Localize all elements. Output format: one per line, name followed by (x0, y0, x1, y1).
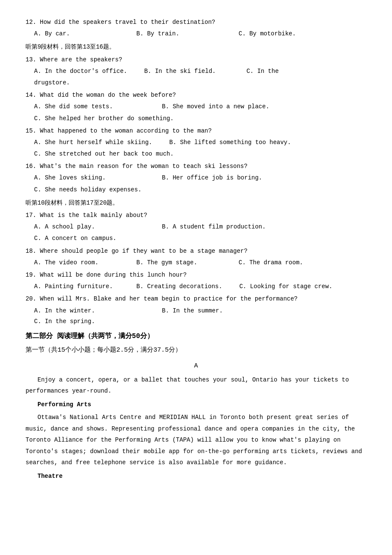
q19-option-b: B. Creating decorations. (136, 281, 222, 292)
q17-text: 17. What is the talk mainly about? (26, 210, 366, 221)
q16-option-c: C. She needs holiday expenses. (26, 185, 366, 195)
question-15: 15. What happened to the woman according… (26, 126, 366, 160)
question-13: 13. Where are the speakers? A. In the do… (26, 55, 366, 89)
q13-option-a: A. In the doctor's office. (34, 66, 127, 77)
q15-option-c: C. She stretched out her back too much. (26, 149, 366, 159)
q13-extra: drugstore. (26, 78, 366, 88)
section1-header: 第一节（共15个小小题；每小题2.5分，满分37.5分） (26, 344, 366, 356)
page-content: 12. How did the speakers travel to their… (26, 17, 366, 482)
q13-option-b: B. In the ski field. (144, 66, 229, 77)
question-20: 20. When will Mrs. Blake and her team be… (26, 294, 366, 327)
q19-option-a: A. Painting furniture. (34, 281, 119, 292)
q19-option-c: C. Looking for stage crew. (239, 281, 332, 292)
q14-option-c: C. She helped her brother do something. (26, 113, 366, 124)
question-19: 19. What will be done during this lunch … (26, 270, 366, 292)
passage-a-intro: Enjoy a concert, opera, or a ballet that… (26, 374, 366, 397)
q17-options: A. A school play. B. A student film prod… (26, 222, 366, 232)
q12-option-b: B. By train. (136, 29, 222, 39)
q20-option-b: B. In the summer. (162, 306, 273, 316)
q17-option-b: B. A student film production. (162, 222, 266, 232)
q16-text: 16. What's the main reason for the woman… (26, 161, 366, 172)
q16-options: A. She loves skiing. B. Her office job i… (26, 173, 366, 183)
q14-text: 14. What did the woman do the week befor… (26, 90, 366, 101)
q12-option-a: A. By car. (34, 29, 119, 39)
q15-option-a: A. She hurt herself while skiing. (34, 137, 152, 148)
q20-option-a: A. In the winter. (34, 306, 145, 316)
q18-option-a: A. The video room. (34, 257, 119, 268)
q18-options: A. The video room. B. The gym stage. C. … (26, 257, 366, 268)
q14-option-b: B. She moved into a new place. (162, 101, 269, 112)
q12-options: A. By car. B. By train. C. By motorbike. (26, 29, 366, 39)
q15-text: 15. What happened to the woman according… (26, 126, 366, 136)
q17-option-a: A. A school play. (34, 222, 145, 232)
question-12: 12. How did the speakers travel to their… (26, 17, 366, 39)
q18-text: 18. Where should people go if they want … (26, 246, 366, 257)
q14-option-a: A. She did some tests. (34, 101, 145, 112)
q18-option-c: C. The drama room. (239, 257, 324, 268)
q15-options: A. She hurt herself while skiing. B. She… (26, 137, 366, 148)
q16-option-b: B. Her office job is boring. (162, 173, 262, 183)
question-17: 17. What is the talk mainly about? A. A … (26, 210, 366, 244)
q13-text: 13. Where are the speakers? (26, 55, 366, 65)
q14-options: A. She did some tests. B. She moved into… (26, 101, 366, 112)
q17-option-c: C. A concert on campus. (26, 233, 366, 244)
q18-option-b: B. The gym stage. (136, 257, 222, 268)
performing-arts-heading: Performing Arts (26, 399, 366, 410)
question-18: 18. Where should people go if they want … (26, 246, 366, 268)
listening-marker-9: 听第9段材料，回答第13至16题。 (26, 42, 366, 52)
q20-options: A. In the winter. B. In the summer. C. I… (26, 306, 366, 327)
performing-arts-body: Ottawa's National Arts Centre and MERIDI… (26, 412, 366, 468)
q20-text: 20. When will Mrs. Blake and her team be… (26, 294, 366, 304)
q19-options: A. Painting furniture. B. Creating decor… (26, 281, 366, 292)
passage-a-title: A (26, 360, 366, 372)
q19-text: 19. What will be done during this lunch … (26, 270, 366, 280)
q13-options: A. In the doctor's office. B. In the ski… (26, 66, 366, 77)
q12-option-c: C. By motorbike. (239, 29, 324, 39)
question-14: 14. What did the woman do the week befor… (26, 90, 366, 124)
q16-option-a: A. She loves skiing. (34, 173, 145, 183)
q15-option-b: B. She lifted something too heavy. (169, 137, 291, 148)
q13-option-c: C. In the (246, 66, 331, 77)
question-16: 16. What's the main reason for the woman… (26, 161, 366, 195)
part2-header: 第二部分 阅读理解（共两节，满分50分） (26, 330, 366, 343)
q20-option-c: C. In the spring. (34, 316, 119, 327)
theatre-heading: Theatre (26, 471, 366, 482)
listening-marker-10: 听第10段材料，回答第17至20题。 (26, 198, 366, 208)
q12-text: 12. How did the speakers travel to their… (26, 17, 366, 28)
